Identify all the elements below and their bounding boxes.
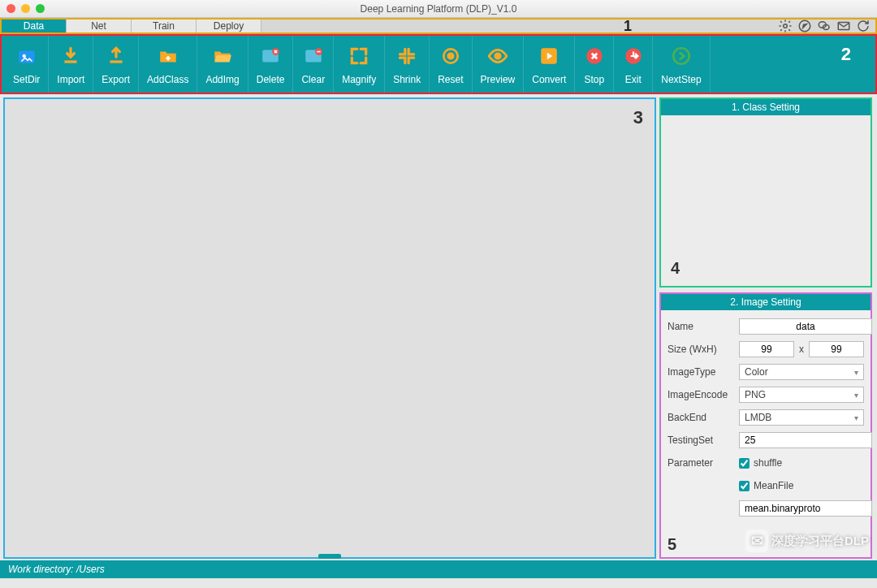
imageencode-label: ImageEncode <box>667 389 734 400</box>
menubar: DataNetTrainDeploy 1 <box>0 18 877 34</box>
imagetype-label: ImageType <box>667 366 734 378</box>
status-text: Work directory: /Users <box>8 564 105 575</box>
target-icon <box>440 45 461 69</box>
right-column: 1. Class Setting 4 2. Image Setting Name… <box>659 97 872 559</box>
image-clear-icon <box>303 45 324 69</box>
folder-image-icon <box>16 45 37 69</box>
name-label: Name <box>667 321 734 332</box>
size-w-input[interactable] <box>739 341 794 357</box>
class-setting-body[interactable]: 4 <box>661 115 871 286</box>
stop-x-icon <box>584 45 605 69</box>
svg-point-13 <box>448 53 454 58</box>
nextstep-button[interactable]: NextStep <box>653 36 710 93</box>
size-label: Size (WxH) <box>667 344 734 355</box>
wechat-icon: ✉ <box>745 530 768 552</box>
svg-point-18 <box>673 48 689 64</box>
nextstep-label: NextStep <box>661 74 701 85</box>
delete-label: Delete <box>257 74 285 85</box>
watermark: ✉ 深度学习平台DLP <box>745 530 869 552</box>
convert-label: Convert <box>532 74 566 85</box>
toolbar: SetDirImportExportAddClassAddImgDeleteCl… <box>2 36 875 93</box>
convert-button[interactable]: Convert <box>524 36 575 93</box>
toolbar-region: SetDirImportExportAddClassAddImgDeleteCl… <box>0 34 877 94</box>
export-label: Export <box>102 74 130 85</box>
tab-train[interactable]: Train <box>132 19 197 32</box>
annotation-2: 2 <box>841 44 851 65</box>
clear-button[interactable]: Clear <box>293 36 334 93</box>
expand-icon <box>348 45 369 69</box>
statusbar: Work directory: /Users <box>0 560 877 578</box>
arrow-up-tray-icon <box>106 45 127 69</box>
resize-handle[interactable] <box>318 554 341 559</box>
shrink-button[interactable]: Shrink <box>385 36 430 93</box>
refresh-icon[interactable] <box>856 19 871 33</box>
class-setting-header: 1. Class Setting <box>661 99 871 115</box>
import-button[interactable]: Import <box>49 36 93 93</box>
exit-icon <box>623 45 644 69</box>
imageencode-select[interactable]: PNG <box>739 387 864 403</box>
annotation-3: 3 <box>633 107 643 128</box>
window-title: Deep Learning Platform (DLP)_V1.0 <box>0 3 877 15</box>
titlebar: Deep Learning Platform (DLP)_V1.0 <box>0 0 877 18</box>
svg-point-0 <box>784 24 788 28</box>
svg-marker-2 <box>803 24 807 28</box>
svg-rect-6 <box>19 50 35 63</box>
wechat-icon[interactable] <box>817 19 832 33</box>
tab-data[interactable]: Data <box>2 19 67 32</box>
preview-label: Preview <box>481 74 516 85</box>
reset-label: Reset <box>438 74 463 85</box>
arrow-down-tray-icon <box>60 45 81 69</box>
gear-icon[interactable] <box>778 19 793 33</box>
name-input[interactable] <box>739 318 872 335</box>
shrink-label: Shrink <box>393 74 421 85</box>
backend-select[interactable]: LMDB <box>739 409 864 426</box>
addclass-label: AddClass <box>147 74 188 85</box>
stop-label: Stop <box>584 74 604 85</box>
meanfile-input[interactable] <box>739 500 872 517</box>
annotation-4: 4 <box>671 259 680 278</box>
preview-button[interactable]: Preview <box>473 36 525 93</box>
exit-button[interactable]: Exit <box>614 36 653 93</box>
annotation-1: 1 <box>624 18 632 35</box>
addclass-button[interactable]: AddClass <box>139 36 197 93</box>
folder-plus-icon <box>158 45 179 69</box>
image-setting-header: 2. Image Setting <box>661 294 871 310</box>
testingset-input[interactable] <box>739 432 872 448</box>
magnify-button[interactable]: Magnify <box>334 36 385 93</box>
tab-net[interactable]: Net <box>67 19 132 32</box>
clear-label: Clear <box>301 74 325 85</box>
eye-icon <box>487 45 508 69</box>
canvas-area[interactable]: 3 <box>3 97 656 559</box>
play-icon <box>538 45 559 69</box>
size-x-label: x <box>799 344 804 355</box>
addimg-label: AddImg <box>205 74 239 85</box>
folder-open-icon <box>212 45 233 69</box>
size-h-input[interactable] <box>809 341 864 357</box>
image-x-icon <box>260 45 281 69</box>
testingset-label: TestingSet <box>667 435 734 446</box>
mail-icon[interactable] <box>836 19 851 33</box>
shrink-icon <box>396 45 417 69</box>
delete-button[interactable]: Delete <box>248 36 294 93</box>
parameter-label: Parameter <box>667 457 734 469</box>
setdir-button[interactable]: SetDir <box>2 36 49 93</box>
tab-deploy[interactable]: Deploy <box>197 19 261 32</box>
stop-button[interactable]: Stop <box>575 36 614 93</box>
svg-point-14 <box>495 53 501 58</box>
reset-button[interactable]: Reset <box>430 36 472 93</box>
exit-label: Exit <box>625 74 642 85</box>
compass-icon[interactable] <box>797 19 812 33</box>
import-label: Import <box>57 74 84 85</box>
export-button[interactable]: Export <box>93 36 139 93</box>
meanfile-checkbox[interactable]: MeanFile <box>739 480 793 491</box>
imagetype-select[interactable]: Color <box>739 364 864 380</box>
shuffle-checkbox[interactable]: shuffle <box>739 457 782 469</box>
arrow-right-circle-icon <box>671 45 692 69</box>
class-setting-panel: 1. Class Setting 4 <box>659 97 872 288</box>
setdir-label: SetDir <box>13 74 40 85</box>
magnify-label: Magnify <box>342 74 376 85</box>
addimg-button[interactable]: AddImg <box>197 36 248 93</box>
workspace: 3 1. Class Setting 4 2. Image Setting Na… <box>0 94 877 560</box>
backend-label: BackEnd <box>667 412 734 423</box>
image-setting-panel: 2. Image Setting Name Size (WxH) x Image… <box>659 292 872 559</box>
